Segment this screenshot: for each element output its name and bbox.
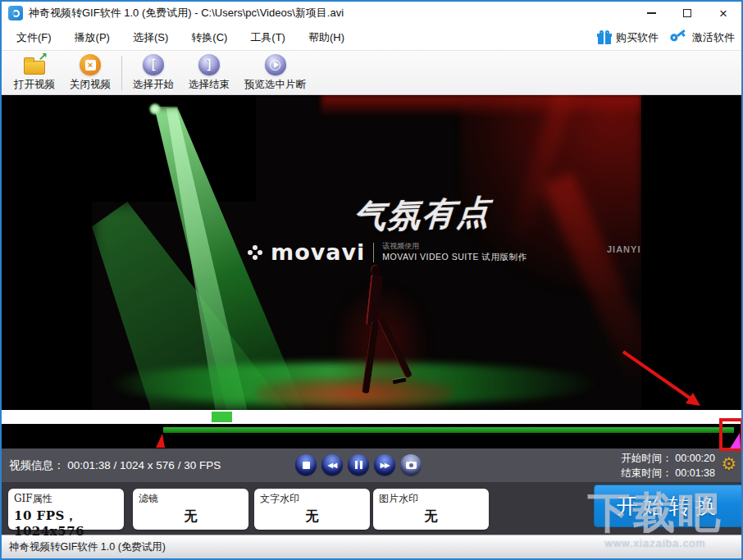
select-end-label: 选择结束	[189, 78, 230, 92]
titlebar: 神奇视频转GIF软件 1.0 (免费试用) - C:\Users\pc\Vide…	[2, 2, 741, 25]
preview-play-icon	[265, 54, 286, 75]
stage-floor-red	[256, 377, 453, 410]
folder-arrow-icon: ↗	[38, 50, 48, 63]
video-info-value: 00:01:38 / 1024 x 576 / 30 FPS	[67, 459, 221, 471]
start-time-label: 开始时间：	[621, 453, 672, 464]
menubar-right: 购买软件 激活软件	[597, 25, 735, 51]
image-watermark-label: 图片水印	[379, 492, 483, 506]
app-window: 神奇视频转GIF软件 1.0 (免费试用) - C:\Users\pc\Vide…	[0, 0, 743, 560]
movavi-watermark: movavi 该视频使用 MOVAVI VIDEO SUITE 试用版制作	[248, 239, 527, 265]
info-bar: 视频信息： 00:01:38 / 1024 x 576 / 30 FPS ◀◀ …	[2, 448, 741, 482]
timeline[interactable]	[2, 424, 741, 448]
stage-floor-green	[108, 362, 600, 405]
movavi-watermark-line2: MOVAVI VIDEO SUITE 试用版制作	[382, 252, 526, 262]
menubar: 文件(F) 播放(P) 选择(S) 转换(C) 工具(T) 帮助(H) 购买软件…	[2, 25, 741, 51]
close-video-label: 关闭视频	[70, 78, 111, 92]
activate-software-button[interactable]: 激活软件	[672, 30, 735, 45]
menu-play[interactable]: 播放(P)	[63, 25, 121, 50]
stage-red-beam	[542, 171, 641, 380]
app-logo-glyph	[12, 10, 20, 17]
video-corner-text: JIANYI	[607, 244, 640, 254]
preview-selection-button[interactable]: 预览选中片断	[237, 52, 313, 94]
toolbar: ↗ 打开视频 × 关闭视频 [ 选择开始 ] 选择结束 预览选中片断	[2, 51, 741, 95]
video-title-overlay: 气氛有点	[310, 188, 535, 241]
video-info: 视频信息： 00:01:38 / 1024 x 576 / 30 FPS	[9, 458, 221, 473]
minimize-button[interactable]	[633, 2, 669, 25]
settings-panel-area: GIF属性 10 FPS， 1024x576 滤镜 无 文字水印 无 图片水印 …	[2, 482, 741, 535]
maximize-icon	[683, 9, 691, 17]
seek-thumb[interactable]	[212, 412, 232, 422]
pause-button[interactable]	[348, 454, 369, 476]
rewind-icon: ◀◀	[328, 462, 336, 469]
start-time-value: 00:00:20	[675, 453, 715, 464]
preview-selection-label: 预览选中片断	[244, 78, 306, 92]
end-time-row: 结束时间： 00:01:38	[621, 467, 715, 481]
start-convert-button[interactable]: 开始转换	[594, 485, 743, 527]
video-preview-area: 气氛有点 movavi 该视频使用 MOVAVI VIDEO SUITE 试用版…	[2, 95, 741, 410]
movavi-logo-icon	[248, 245, 262, 260]
gift-icon	[597, 32, 612, 44]
fast-forward-icon: ▶▶	[381, 462, 389, 469]
menu-select[interactable]: 选择(S)	[121, 25, 180, 50]
close-video-icon: ×	[80, 54, 101, 75]
movavi-divider	[373, 243, 374, 262]
filter-card[interactable]: 滤镜 无	[133, 489, 248, 530]
stage-dark-corner	[92, 95, 256, 202]
end-time-label: 结束时间：	[621, 467, 672, 479]
open-video-label: 打开视频	[14, 78, 55, 92]
maximize-button[interactable]	[669, 2, 705, 25]
stop-icon	[303, 462, 310, 469]
selection-range-bar	[163, 427, 734, 433]
gif-properties-card[interactable]: GIF属性 10 FPS， 1024x576	[8, 489, 124, 530]
select-end-icon: ]	[198, 54, 220, 75]
text-watermark-value: 无	[260, 508, 364, 526]
snapshot-button[interactable]	[400, 454, 422, 476]
stage-green-beam-wide	[92, 202, 289, 410]
seek-bar[interactable]	[2, 410, 741, 424]
stop-button[interactable]	[295, 454, 317, 476]
text-watermark-label: 文字水印	[260, 492, 364, 506]
start-time-row: 开始时间： 00:00:20	[621, 452, 715, 467]
close-video-button[interactable]: × 关闭视频	[62, 52, 118, 94]
buy-software-button[interactable]: 购买软件	[597, 30, 659, 45]
select-start-label: 选择开始	[133, 78, 174, 92]
transport-controls: ◀◀ ▶▶	[295, 454, 422, 476]
dancer-silhouette	[350, 266, 408, 407]
open-folder-icon: ↗	[24, 61, 45, 75]
key-icon	[669, 27, 691, 48]
window-controls: ×	[633, 2, 741, 25]
end-time-value: 00:01:38	[675, 467, 715, 479]
pause-icon	[355, 461, 362, 469]
gif-properties-label: GIF属性	[14, 492, 118, 506]
close-icon: ×	[719, 7, 727, 20]
text-watermark-card[interactable]: 文字水印 无	[254, 489, 370, 530]
select-end-button[interactable]: ] 选择结束	[181, 52, 237, 94]
close-button[interactable]: ×	[705, 2, 741, 25]
app-logo-icon	[8, 6, 23, 20]
movavi-logo-text: movavi	[271, 239, 365, 265]
open-video-button[interactable]: ↗ 打开视频	[7, 52, 62, 94]
movavi-watermark-line1: 该视频使用	[382, 242, 526, 251]
filter-label: 滤镜	[139, 492, 243, 506]
settings-gear-icon[interactable]: ⚙	[721, 455, 736, 472]
toolbar-separator	[121, 56, 122, 90]
video-info-label: 视频信息：	[9, 459, 65, 471]
time-range: 开始时间： 00:00:20 结束时间： 00:01:38	[621, 452, 715, 480]
menu-file[interactable]: 文件(F)	[5, 25, 63, 50]
window-title: 神奇视频转GIF软件 1.0 (免费试用) - C:\Users\pc\Vide…	[29, 6, 344, 20]
select-start-button[interactable]: [ 选择开始	[125, 52, 181, 94]
filter-value: 无	[139, 508, 243, 526]
rewind-button[interactable]: ◀◀	[321, 454, 343, 476]
video-frame: 气氛有点 movavi 该视频使用 MOVAVI VIDEO SUITE 试用版…	[92, 95, 641, 410]
fast-forward-button[interactable]: ▶▶	[374, 454, 395, 476]
menu-convert[interactable]: 转换(C)	[180, 25, 239, 50]
menu-tools[interactable]: 工具(T)	[239, 25, 297, 50]
status-text: 神奇视频转GIF软件 1.0 (免费试用)	[9, 540, 166, 554]
buy-software-label: 购买软件	[616, 30, 659, 45]
image-watermark-card[interactable]: 图片水印 无	[373, 489, 489, 530]
gif-properties-value: 10 FPS， 1024x576	[14, 508, 118, 539]
image-watermark-value: 无	[379, 508, 483, 526]
activate-software-label: 激活软件	[692, 30, 735, 45]
minimize-icon	[647, 12, 656, 14]
menu-help[interactable]: 帮助(H)	[297, 25, 356, 50]
